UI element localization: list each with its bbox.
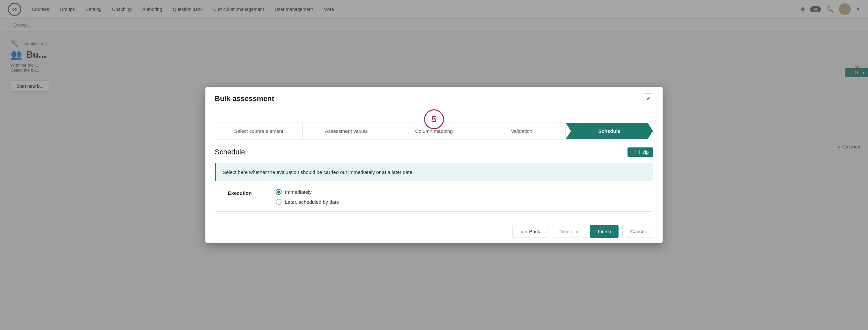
next-button[interactable]: Next » » (552, 225, 586, 238)
section-title: Schedule (215, 148, 245, 156)
cancel-button[interactable]: Cancel (622, 225, 653, 238)
modal-footer: « « Back Next » » Finish Cancel (206, 220, 662, 243)
step-badge-container: 5 (206, 109, 662, 129)
radio-circle-immediately (276, 189, 282, 195)
execution-radio-group: Immediately Later, scheduled by date (276, 189, 339, 205)
next-label: Next » (560, 229, 574, 234)
radio-immediately-label: Immediately (285, 189, 312, 195)
info-text: Select here whether the evaluation shoul… (223, 169, 414, 175)
cancel-label: Cancel (630, 229, 646, 234)
modal-title: Bulk assessment (215, 94, 274, 103)
next-icon: » (576, 229, 579, 234)
finish-button[interactable]: Finish (590, 225, 619, 238)
execution-label: Execution (228, 189, 268, 196)
radio-circle-later (276, 199, 282, 205)
modal-body: Schedule ❓ Help Select here whether the … (206, 140, 662, 220)
section-heading: Schedule ❓ Help (215, 147, 653, 157)
radio-immediately[interactable]: Immediately (276, 189, 339, 195)
help-button[interactable]: ❓ Help (627, 147, 653, 157)
back-label: « Back (525, 229, 540, 234)
back-icon: « (520, 229, 523, 234)
radio-later[interactable]: Later, scheduled by date (276, 199, 339, 205)
finish-label: Finish (598, 229, 611, 234)
modal-divider (215, 211, 653, 212)
radio-later-label: Later, scheduled by date (285, 199, 339, 205)
modal-close-button[interactable]: ✕ (643, 93, 653, 104)
execution-form-row: Execution Immediately Later, scheduled b… (215, 189, 653, 205)
bulk-assessment-modal: Bulk assessment ✕ 5 Select course elemen… (206, 87, 662, 243)
back-button[interactable]: « « Back (513, 225, 548, 238)
step-number-badge: 5 (424, 109, 444, 129)
modal-header: Bulk assessment ✕ (206, 87, 662, 109)
info-box: Select here whether the evaluation shoul… (215, 163, 653, 181)
